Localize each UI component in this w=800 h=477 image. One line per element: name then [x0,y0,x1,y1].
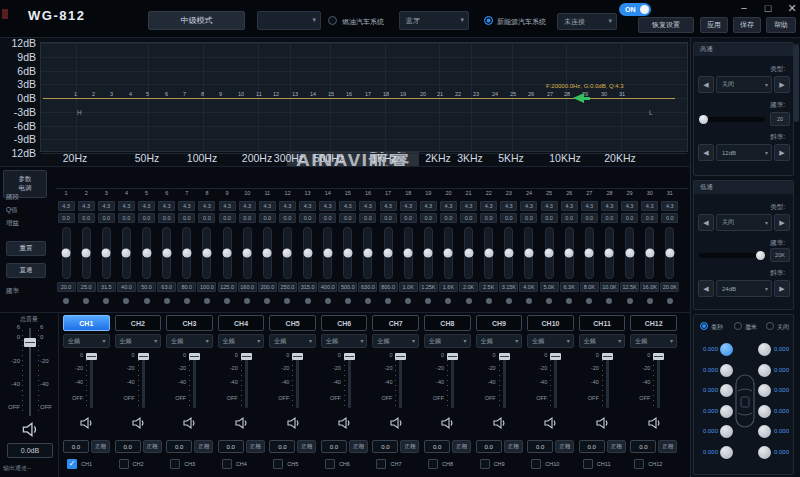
band-freq-value[interactable]: 125.0 [218,282,237,292]
channel-phase-button[interactable]: 正相 [658,440,677,453]
band-slider-handle[interactable] [484,249,493,258]
channel-fader-handle[interactable] [499,353,510,360]
band-gain-value[interactable]: 0.0 [500,213,517,223]
band-freq-value[interactable]: 500.0 [338,282,357,292]
band-gain-value[interactable]: 0.0 [319,213,336,223]
channel-fader-handle[interactable] [395,353,406,360]
band-gain-value[interactable]: 0.0 [520,213,537,223]
band-q-value[interactable]: 4.3 [219,201,236,211]
channel-gain-value[interactable]: 0.0 [630,440,656,453]
band-freq-value[interactable]: 80.0 [177,282,196,292]
curve-band-number[interactable]: 13 [292,91,298,97]
band-gain-value[interactable]: 0.0 [601,213,618,223]
channel-tab[interactable]: CH11 [579,315,626,331]
channel-checkbox[interactable] [170,459,180,469]
band-gain-value[interactable]: 0.0 [420,213,437,223]
band-freq-value[interactable]: 2.5K [479,282,498,292]
band-gain-value[interactable]: 0.0 [279,213,296,223]
band-slider-handle[interactable] [404,249,413,258]
band-freq-value[interactable]: 10.0K [600,282,619,292]
fuel-source-select[interactable]: 蓝牙 ▾ [399,11,469,30]
channel-gain-value[interactable]: 0.0 [115,440,141,453]
delay-knob[interactable] [758,364,771,377]
band-gain-slider[interactable] [404,227,413,279]
channel-checkbox[interactable] [273,459,283,469]
channel-mode-select[interactable]: 全频▾ [630,334,677,348]
lpf-freq-slider-handle[interactable] [756,251,765,260]
band-q-value[interactable]: 4.3 [58,201,75,211]
channel-speaker-icon[interactable] [182,416,197,434]
band-freq-value[interactable]: 50.0 [137,282,156,292]
band-gain-slider[interactable] [545,227,554,279]
curve-band-number[interactable]: 1 [74,91,77,97]
band-slider-handle[interactable] [162,249,171,258]
master-fader-handle[interactable] [24,338,36,347]
maximize-icon[interactable]: □ [760,2,776,14]
band-q-value[interactable]: 4.3 [118,201,135,211]
band-gain-slider[interactable] [585,227,594,279]
band-freq-value[interactable]: 200.0 [258,282,277,292]
hpf-slope-select[interactable]: 12dB ▾ [716,144,772,161]
band-gain-value[interactable]: 0.0 [178,213,195,223]
channel-speaker-icon[interactable] [234,416,249,434]
channel-tab[interactable]: CH7 [372,315,419,331]
curve-band-number[interactable]: 27 [547,91,553,97]
band-slider-handle[interactable] [323,249,332,258]
minimize-icon[interactable]: − [736,2,752,14]
band-q-value[interactable]: 4.3 [661,201,678,211]
delay-unit-off-radio[interactable] [766,322,774,330]
channel-fader[interactable]: 0-20-40OFF [474,352,525,412]
arrow-right-icon[interactable]: ▶ [774,144,790,161]
curve-band-number[interactable]: 6 [165,91,168,97]
hpf-freq-slider[interactable] [699,117,765,122]
channel-phase-button[interactable]: 正相 [504,440,523,453]
band-gain-slider[interactable] [202,227,211,279]
band-gain-value[interactable]: 0.0 [118,213,135,223]
band-slider-handle[interactable] [625,249,634,258]
channel-tab[interactable]: CH12 [630,315,677,331]
channel-speaker-icon[interactable] [543,416,558,434]
band-gain-slider[interactable] [444,227,453,279]
curve-band-number[interactable]: 7 [183,91,186,97]
band-q-value[interactable]: 4.3 [319,201,336,211]
mode-button[interactable]: 中级模式 [148,11,245,30]
curve-band-number[interactable]: 3 [110,91,113,97]
band-q-value[interactable]: 4.3 [339,201,356,211]
channel-fader-handle[interactable] [138,353,149,360]
band-q-value[interactable]: 4.3 [440,201,457,211]
device-select[interactable]: ▾ [257,11,321,30]
band-freq-value[interactable]: 1.6K [439,282,458,292]
channel-speaker-icon[interactable] [388,416,403,434]
band-gain-value[interactable]: 0.0 [359,213,376,223]
band-freq-value[interactable]: 1.0K [399,282,418,292]
band-freq-value[interactable]: 400.0 [318,282,337,292]
channel-mode-select[interactable]: 全频▾ [269,334,316,348]
band-freq-value[interactable]: 100.0 [197,282,216,292]
channel-mode-select[interactable]: 全频▾ [372,334,419,348]
band-gain-value[interactable]: 0.0 [480,213,497,223]
channel-mode-select[interactable]: 全频▾ [218,334,265,348]
band-gain-slider[interactable] [323,227,332,279]
channel-phase-button[interactable]: 正相 [246,440,265,453]
channel-checkbox[interactable] [119,459,129,469]
band-gain-slider[interactable] [182,227,191,279]
channel-fader-handle[interactable] [86,353,97,360]
band-q-value[interactable]: 4.3 [480,201,497,211]
channel-gain-value[interactable]: 0.0 [63,440,89,453]
channel-tab[interactable]: CH2 [115,315,162,331]
band-gain-slider[interactable] [424,227,433,279]
band-freq-value[interactable]: 5.0K [540,282,559,292]
band-gain-slider[interactable] [605,227,614,279]
delay-knob[interactable] [720,446,733,459]
channel-tab[interactable]: CH1 [63,315,110,331]
band-freq-value[interactable]: 25.0 [77,282,96,292]
band-freq-value[interactable]: 6.3K [560,282,579,292]
band-gain-value[interactable]: 0.0 [561,213,578,223]
lpf-freq-slider[interactable] [699,253,765,258]
channel-tab[interactable]: CH4 [218,315,265,331]
channel-phase-button[interactable]: 正相 [297,440,316,453]
channel-fader[interactable]: 0-20-40OFF [164,352,215,412]
band-slider-handle[interactable] [363,249,372,258]
band-gain-value[interactable]: 0.0 [98,213,115,223]
band-q-value[interactable]: 4.3 [561,201,578,211]
